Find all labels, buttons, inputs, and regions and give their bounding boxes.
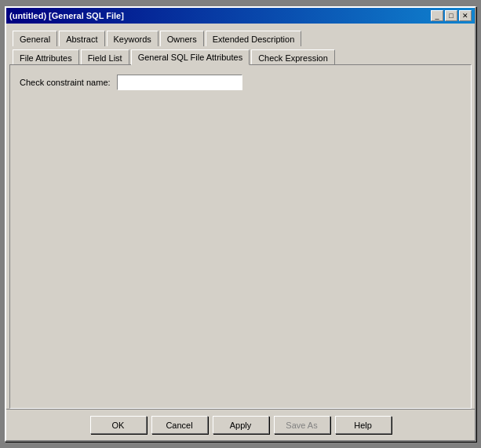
check-constraint-row: Check constraint name: [20, 75, 461, 90]
main-window: (untitled) [General SQL File] _ □ ✕ Gene… [5, 6, 476, 442]
check-constraint-input[interactable] [117, 75, 242, 90]
tab-extended-description[interactable]: Extended Description [206, 31, 302, 46]
bottom-button-bar: OK Cancel Apply Save As Help [6, 409, 475, 440]
minimize-button[interactable]: _ [431, 10, 443, 21]
tab-content-area: Check constraint name: [9, 64, 472, 409]
maximize-button[interactable]: □ [445, 10, 457, 21]
tab-row-2: File Attributes Field List General SQL F… [9, 46, 472, 64]
title-bar-buttons: _ □ ✕ [431, 10, 472, 21]
tabs-container: General Abstract Keywords Owners Extende… [6, 24, 475, 64]
close-button[interactable]: ✕ [459, 10, 472, 21]
window-title: (untitled) [General SQL File] [9, 11, 124, 20]
cancel-button[interactable]: Cancel [151, 416, 208, 434]
ok-button[interactable]: OK [90, 416, 147, 434]
title-bar: (untitled) [General SQL File] _ □ ✕ [6, 8, 475, 24]
tab-file-attributes[interactable]: File Attributes [13, 49, 79, 65]
tab-abstract[interactable]: Abstract [59, 31, 104, 46]
check-constraint-label: Check constraint name: [20, 78, 111, 87]
save-as-button[interactable]: Save As [274, 416, 330, 434]
tab-general-sql-file-attributes[interactable]: General SQL File Attributes [131, 49, 250, 65]
apply-button[interactable]: Apply [213, 416, 269, 434]
tab-check-expression[interactable]: Check Expression [251, 49, 335, 65]
tab-keywords[interactable]: Keywords [107, 31, 159, 46]
tab-owners[interactable]: Owners [160, 31, 204, 46]
tab-row-1: General Abstract Keywords Owners Extende… [9, 27, 472, 46]
help-button[interactable]: Help [335, 416, 392, 434]
tab-field-list[interactable]: Field List [81, 49, 129, 65]
tab-general[interactable]: General [13, 31, 57, 46]
